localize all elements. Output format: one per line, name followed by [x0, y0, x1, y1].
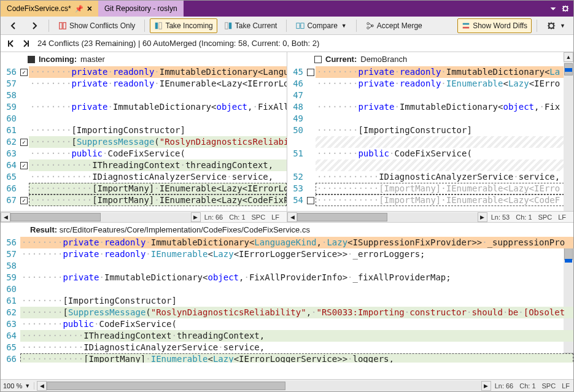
code-line[interactable]	[287, 136, 573, 148]
code-line[interactable]	[287, 159, 573, 171]
pin-icon[interactable]: 📌	[75, 5, 83, 13]
code-line[interactable]: 53············[ImportMany]·IEnumerable<L…	[287, 183, 573, 194]
code-line[interactable]: 62········[SuppressMessage("RoslynDiagno…	[1, 307, 573, 318]
code-line[interactable]: 64············IThreadingContext·threadin…	[1, 159, 287, 171]
settings-button[interactable]: ▼	[542, 18, 570, 33]
code-line[interactable]: 56········private·readonly·ImmutableDict…	[1, 66, 287, 78]
accept-merge-button[interactable]: Accept Merge	[362, 18, 427, 33]
svg-rect-1	[63, 22, 66, 29]
code-line[interactable]: 51········public·CodeFixService(	[287, 148, 573, 159]
line-checkbox[interactable]	[20, 183, 29, 194]
code-line[interactable]: 48········private·ImmutableDictionary<ob…	[287, 101, 573, 113]
code-line[interactable]: 49	[287, 113, 573, 125]
code-line[interactable]: 56········private·readonly·ImmutableDict…	[1, 237, 573, 248]
first-conflict-button[interactable]	[6, 39, 15, 48]
code-line[interactable]: 59········private·ImmutableDictionary<ob…	[1, 101, 287, 113]
line-number	[287, 136, 307, 148]
h-scrollbar[interactable]: ◀ ▶	[37, 381, 491, 391]
line-checkbox[interactable]	[307, 171, 316, 183]
scroll-right-icon[interactable]: ▶	[481, 381, 491, 391]
line-checkbox[interactable]	[20, 101, 29, 113]
line-checkbox[interactable]	[20, 125, 29, 136]
code-line[interactable]: 57········private·readonly·IEnumerable<L…	[1, 78, 287, 90]
line-checkbox[interactable]	[20, 159, 29, 171]
next-conflict-button[interactable]	[21, 39, 31, 48]
gear-icon[interactable]	[561, 4, 570, 13]
scroll-up-icon[interactable]: ▲	[564, 52, 573, 62]
code-line[interactable]: 62········[SuppressMessage("RoslynDiagno…	[1, 136, 287, 148]
code-line[interactable]: 61········[ImportingConstructor]	[1, 125, 287, 136]
compare-button[interactable]: Compare ▼	[292, 18, 351, 33]
line-checkbox[interactable]	[307, 148, 316, 159]
code-line[interactable]: 52············IDiagnosticAnalyzerService…	[287, 171, 573, 183]
scroll-left-icon[interactable]: ◀	[37, 381, 47, 391]
scroll-left-icon[interactable]: ◀	[1, 212, 10, 222]
scroll-right-icon[interactable]: ▶	[478, 212, 487, 222]
code-line[interactable]: 58	[1, 260, 573, 272]
zoom-control[interactable]: 100 % ▼	[3, 382, 34, 390]
current-select-all-checkbox[interactable]	[314, 56, 322, 63]
chevron-down-icon[interactable]: ▼	[25, 383, 30, 389]
code-line[interactable]: 65············IDiagnosticAnalyzerService…	[1, 171, 287, 183]
back-button[interactable]	[4, 18, 23, 33]
separator	[537, 20, 537, 32]
line-checkbox[interactable]	[20, 148, 29, 159]
code-line[interactable]: 59········private·ImmutableDictionary<ob…	[1, 272, 573, 283]
take-incoming-button[interactable]: Take Incoming	[150, 18, 217, 33]
line-checkbox[interactable]	[307, 113, 316, 125]
chevron-down-icon[interactable]	[549, 4, 557, 13]
code-line[interactable]: 66············[ImportMany]·IEnumerable<L…	[1, 183, 287, 194]
h-scrollbar[interactable]: ◀ ▶	[287, 212, 487, 222]
show-word-diffs-button[interactable]: Show Word Diffs	[457, 18, 532, 33]
take-current-button[interactable]: Take Current	[220, 18, 282, 33]
code-line[interactable]: 63········public·CodeFixService(	[1, 318, 573, 330]
code-line[interactable]: 57········private·readonly·IEnumerable<L…	[1, 248, 573, 260]
line-checkbox[interactable]	[20, 113, 29, 125]
line-checkbox[interactable]	[307, 194, 316, 206]
tab-active-file[interactable]: CodeFixService.cs* 📌 ×	[1, 1, 98, 17]
line-checkbox[interactable]	[20, 194, 29, 206]
incoming-code[interactable]: 56········private·readonly·ImmutableDict…	[1, 66, 287, 211]
show-conflicts-only-button[interactable]: Show Conflicts Only	[54, 18, 139, 33]
line-checkbox[interactable]	[20, 171, 29, 183]
result-code[interactable]: ▲ ▼ 56········private·readonly·Immutable…	[1, 237, 573, 363]
line-checkbox[interactable]	[20, 136, 29, 148]
code-line[interactable]: 60	[1, 113, 287, 125]
line-checkbox[interactable]	[20, 66, 29, 78]
code-line[interactable]: 65············IDiagnosticAnalyzerService…	[1, 342, 573, 353]
code-line[interactable]: 60	[1, 283, 573, 295]
line-checkbox[interactable]	[20, 90, 29, 101]
code-line[interactable]: 58	[1, 90, 287, 101]
code-line[interactable]: 54············[ImportMany]·IEnumerable<L…	[287, 194, 573, 206]
line-checkbox[interactable]	[307, 101, 316, 113]
code-line[interactable]: 46········private·readonly·IEnumerable<L…	[287, 78, 573, 90]
line-number: 65	[1, 342, 20, 353]
line-checkbox[interactable]	[307, 90, 316, 101]
code-line[interactable]: 66············[ImportMany]·IEnumerable<L…	[1, 353, 573, 363]
code-line[interactable]: 63········public·CodeFixService(	[1, 148, 287, 159]
code-line[interactable]: 45········private·readonly·ImmutableDict…	[287, 66, 573, 78]
tab-git-repository[interactable]: Git Repository - roslyn	[98, 1, 184, 17]
tab-label: Git Repository - roslyn	[104, 4, 177, 13]
h-scrollbar[interactable]: ◀ ▶	[1, 212, 201, 222]
code-line[interactable]: 67············[ImportMany]·IEnumerable<L…	[1, 194, 287, 206]
result-header: Result: src/EditorFeatures/Core/Implemen…	[1, 223, 573, 237]
incoming-select-all-checkbox[interactable]	[28, 56, 35, 63]
code-line[interactable]: 61········[ImportingConstructor]	[1, 295, 573, 307]
code-line[interactable]: 47	[287, 90, 573, 101]
line-checkbox[interactable]	[307, 66, 316, 78]
current-code[interactable]: 45········private·readonly·ImmutableDict…	[287, 66, 573, 211]
line-checkbox[interactable]	[307, 78, 316, 90]
close-icon[interactable]: ×	[87, 4, 92, 13]
code-line[interactable]: 64············IThreadingContext·threadin…	[1, 330, 573, 342]
line-checkbox[interactable]	[307, 183, 316, 194]
v-scrollbar[interactable]: ▲ ▼	[564, 52, 573, 222]
code-line[interactable]: 50········[ImportingConstructor]	[287, 125, 573, 136]
line-checkbox[interactable]	[307, 125, 316, 136]
line-checkbox[interactable]	[20, 78, 29, 90]
scroll-right-icon[interactable]: ▶	[191, 212, 201, 222]
line-checkbox[interactable]	[307, 136, 316, 148]
scroll-left-icon[interactable]: ◀	[287, 212, 297, 222]
forward-button[interactable]	[25, 18, 44, 33]
line-checkbox[interactable]	[307, 159, 316, 171]
